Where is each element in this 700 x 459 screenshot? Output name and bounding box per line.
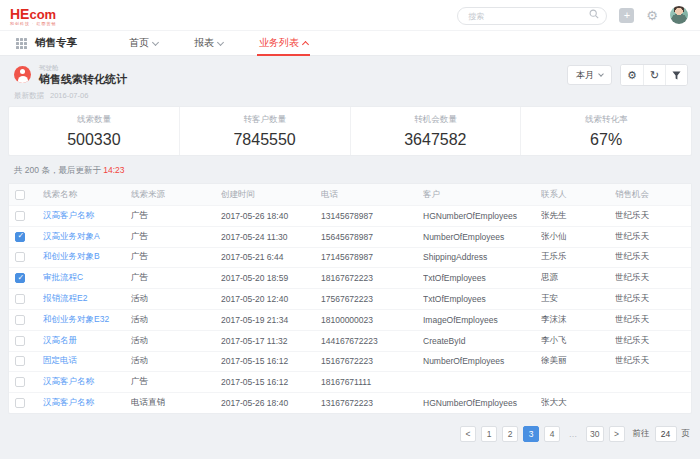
lead-name-link[interactable]: 审批流程C [43,272,83,282]
col-created: 创建时间 [221,189,321,201]
table-header-row: 线索名称 线索来源 创建时间 电话 客户 联系人 销售机会 [9,184,691,205]
goto-label: 前往 [633,428,650,440]
table-row: 汉高业务对象A 广告 2017-05-24 11:30 15645678987 … [9,226,691,247]
lead-name-link[interactable]: 汉高客户名称 [43,210,94,220]
tab-home[interactable]: 首页 [129,30,158,56]
tab-business-list[interactable]: 业务列表 [259,30,308,56]
leads-table: 线索名称 线索来源 创建时间 电话 客户 联系人 销售机会 汉高客户名称 广告 … [8,183,692,414]
table-row: 报销流程E2 活动 2017-05-20 12:40 17567672223 T… [9,288,691,309]
cell-contact: 徐美丽 [541,355,615,367]
last-updated-time: 14:23 [103,165,124,175]
lead-name-link[interactable]: 和创业务对象B [43,251,100,261]
latest-data-line: 最新数据2016-07-06 [8,88,692,106]
add-button[interactable]: + [619,8,634,23]
page-button-2[interactable]: 2 [502,426,518,442]
cell-created: 2017-05-26 18:40 [221,398,321,408]
lead-name-link[interactable]: 汉高客户名称 [43,376,94,386]
search-icon[interactable] [589,9,599,19]
chevron-down-icon [217,38,224,45]
cell-source: 广告 [131,251,221,263]
filter-button[interactable] [665,65,687,85]
cell-opportunity: 世纪乐天 [615,231,685,243]
logo: HEcom 和创科技 · 红圈营销 [10,5,57,26]
row-checkbox[interactable] [15,211,25,221]
prev-page-button[interactable]: < [460,426,476,442]
goto-page: 前往 页 [633,426,691,442]
report-avatar-icon [14,66,31,83]
lead-name-link[interactable]: 汉高名册 [43,335,77,345]
stats-card: 线索数量500330 转客户数量7845550 转机会数量3647582 线索转… [8,106,692,156]
col-phone: 电话 [321,189,423,201]
row-checkbox[interactable] [15,294,25,304]
page-button-30[interactable]: 30 [586,426,603,442]
logo-text: HEcom [10,7,57,21]
cell-phone: 17567672223 [321,294,423,304]
cell-phone: 17145678987 [321,252,423,262]
cell-customer: TxtOfEmployees [423,273,541,283]
cell-contact: 李小飞 [541,335,615,347]
cell-phone: 15167672223 [321,356,423,366]
page-button-4[interactable]: 4 [544,426,560,442]
cell-source: 广告 [131,272,221,284]
col-lead-name: 线索名称 [43,189,131,201]
chevron-down-icon [152,38,159,45]
cell-created: 2017-05-26 18:40 [221,211,321,221]
content: 驾驶舱 销售线索转化统计 本月 ⚙ ↻ 最新数据2016-07-06 线索数量5… [0,56,700,442]
row-checkbox[interactable] [15,273,25,283]
search-input[interactable] [457,7,607,25]
col-opportunity: 销售机会 [615,189,685,201]
select-all-checkbox[interactable] [15,190,25,200]
settings-button[interactable]: ⚙ [621,65,643,85]
cell-contact: 思源 [541,272,615,284]
cell-phone: 144167672223 [321,336,423,346]
page-head: 驾驶舱 销售线索转化统计 本月 ⚙ ↻ [8,56,692,88]
cell-opportunity: 世纪乐天 [615,210,685,222]
lead-name-link[interactable]: 固定电话 [43,355,77,365]
cell-contact: 张先生 [541,210,615,222]
row-checkbox[interactable] [15,232,25,242]
cell-customer: ImageOfEmployees [423,315,541,325]
app-grid-icon[interactable] [16,38,27,49]
cell-contact: 王乐乐 [541,251,615,263]
row-checkbox[interactable] [15,356,25,366]
cell-opportunity: 世纪乐天 [615,251,685,263]
next-page-button[interactable]: > [609,426,625,442]
table-row: 和创业务对象B 广告 2017-05-21 6:44 17145678987 S… [9,247,691,268]
top-bar: HEcom 和创科技 · 红圈营销 + ⚙ [0,0,700,30]
cell-customer: HGNumberOfEmployees [423,398,541,408]
table-row: 固定电话 活动 2017-05-15 16:12 15167672223 Num… [9,351,691,372]
page-button-1[interactable]: 1 [481,426,497,442]
latest-data-label: 最新数据 [14,91,44,100]
cell-contact: 李沫沫 [541,314,615,326]
toolbar: ⚙ ↻ [620,64,688,86]
cell-created: 2017-05-24 11:30 [221,232,321,242]
lead-name-link[interactable]: 汉高客户名称 [43,397,94,407]
goto-page-input[interactable] [655,426,677,442]
topbar-actions: + ⚙ [457,5,688,26]
page-button-3[interactable]: 3 [523,426,539,442]
row-checkbox[interactable] [15,377,25,387]
row-checkbox[interactable] [15,252,25,262]
lead-name-link[interactable]: 汉高业务对象A [43,231,100,241]
stat-opportunities: 转机会数量3647582 [350,107,521,155]
row-checkbox[interactable] [15,398,25,408]
lead-name-link[interactable]: 和创业务对象E32 [43,314,109,324]
cell-contact: 王安 [541,293,615,305]
cell-customer: NumberOfEmployees [423,232,541,242]
refresh-button[interactable]: ↻ [643,65,665,85]
tab-reports[interactable]: 报表 [194,30,223,56]
cell-source: 活动 [131,293,221,305]
app-name: 销售专享 [35,36,77,50]
row-checkbox[interactable] [15,336,25,346]
table-row: 汉高客户名称 电话直销 2017-05-26 18:40 13167672223… [9,392,691,413]
user-avatar[interactable] [670,6,688,24]
row-checkbox[interactable] [15,315,25,325]
chevron-up-icon [302,41,309,48]
period-select[interactable]: 本月 [567,65,612,85]
nav-bar: 销售专享 首页 报表 业务列表 [0,30,700,56]
lead-name-link[interactable]: 报销流程E2 [43,293,87,303]
settings-gear-icon[interactable]: ⚙ [646,9,658,22]
cell-created: 2017-05-15 16:12 [221,377,321,387]
cell-source: 广告 [131,231,221,243]
cell-source: 广告 [131,210,221,222]
